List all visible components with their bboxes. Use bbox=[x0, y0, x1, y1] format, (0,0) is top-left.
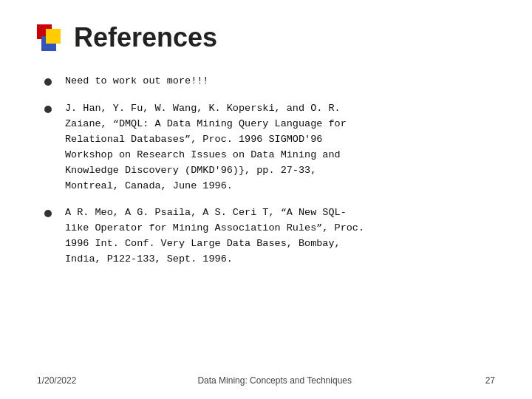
logo-yellow bbox=[46, 29, 61, 44]
footer: 1/20/2022 Data Mining: Concepts and Tech… bbox=[37, 375, 495, 386]
footer-page: 27 bbox=[473, 375, 495, 386]
bullet-dot-1 bbox=[44, 78, 52, 86]
title-bar: References bbox=[37, 22, 495, 53]
bullet-dot-3 bbox=[44, 210, 52, 217]
bullet-item-3: A R. Meo, A G. Psaila, A S. Ceri T, “A N… bbox=[44, 205, 495, 267]
bullet-text-3: A R. Meo, A G. Psaila, A S. Ceri T, “A N… bbox=[65, 205, 364, 267]
content-area: Need to work out more!!! J. Han, Y. Fu, … bbox=[37, 74, 495, 267]
bullet-text-2: J. Han, Y. Fu, W. Wang, K. Koperski, and… bbox=[65, 101, 347, 194]
bullet-dot-2 bbox=[44, 106, 52, 113]
bullet-item-2: J. Han, Y. Fu, W. Wang, K. Koperski, and… bbox=[44, 101, 495, 194]
footer-date: 1/20/2022 bbox=[37, 375, 76, 386]
bullet-text-1: Need to work out more!!! bbox=[65, 74, 208, 89]
footer-center: Data Mining: Concepts and Techniques bbox=[76, 375, 473, 386]
logo bbox=[37, 24, 64, 51]
slide: References Need to work out more!!! J. H… bbox=[0, 0, 532, 399]
bullet-item-1: Need to work out more!!! bbox=[44, 74, 495, 89]
slide-title: References bbox=[74, 22, 217, 53]
